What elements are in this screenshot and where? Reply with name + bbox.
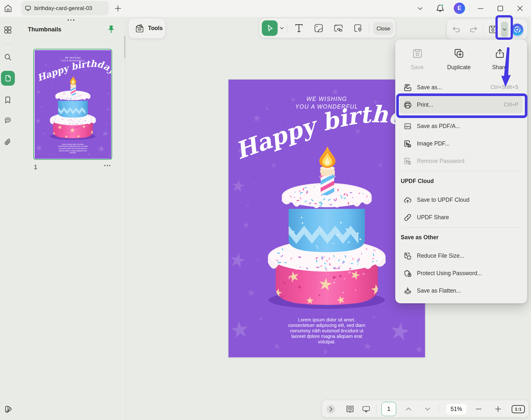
zoom-out-button[interactable]: [474, 404, 483, 414]
notifications-bell-icon[interactable]: [435, 3, 445, 14]
select-tool-button[interactable]: [262, 20, 278, 36]
status-bar: 1 51% 1:1: [322, 400, 529, 417]
actual-size-button[interactable]: 1:1: [512, 405, 525, 413]
new-tab-button[interactable]: [114, 4, 122, 13]
sidebar-thumbnails-active[interactable]: [1, 71, 15, 86]
shield-lock-icon: [403, 269, 412, 278]
menu-item-save-as-pdfa[interactable]: PDF/A Save as PDF/A...: [400, 117, 523, 135]
toolbar-divider: [483, 25, 483, 34]
pin-icon[interactable]: [107, 25, 116, 34]
main-toolbar: Close: [259, 18, 396, 38]
zoom-level-display[interactable]: 51%: [446, 404, 466, 415]
flatten-icon: [403, 286, 412, 295]
annotation-box-chevron: [495, 15, 513, 40]
panel-scrollbar[interactable]: [124, 36, 125, 58]
annotation-arrow: [491, 42, 520, 91]
expand-chevron-right-button[interactable]: [326, 405, 335, 414]
sidebar-attachment-icon[interactable]: [4, 138, 12, 146]
annotation-box-print: [396, 93, 527, 118]
document-tab-title: birthday-card-genral-03: [34, 5, 92, 12]
previous-page-button[interactable]: [404, 404, 413, 414]
menu-duplicate-button[interactable]: Duplicate: [440, 48, 478, 71]
document-tab-icon: [25, 5, 31, 11]
menu-item-reduce-file-size[interactable]: Reduce File Size...: [400, 247, 523, 264]
menu-item-updf-share[interactable]: UPDF Share: [400, 209, 523, 226]
link-tool-button[interactable]: [333, 23, 344, 33]
toolbar-divider: [287, 23, 288, 33]
sidebar-home-grid-icon[interactable]: [4, 26, 12, 34]
user-avatar[interactable]: E: [454, 3, 465, 14]
zoom-in-button[interactable]: [494, 404, 503, 414]
duplicate-icon: [453, 48, 464, 59]
panel-drag-handle[interactable]: [68, 19, 77, 22]
cloud-upload-icon: [403, 196, 412, 204]
thumbnails-panel-title: Thumbnails: [28, 26, 61, 33]
document-tab[interactable]: birthday-card-genral-03: [21, 1, 109, 16]
statusbar-divider: [439, 405, 439, 413]
thumbnail-page-number: 1: [34, 164, 37, 171]
reduce-file-size-icon: [403, 252, 412, 260]
title-bar: birthday-card-genral-03 E: [0, 0, 531, 17]
thumbnail-more-button[interactable]: [103, 162, 111, 169]
annotation-tool-button[interactable]: [353, 23, 363, 33]
close-button[interactable]: Close: [373, 22, 393, 35]
updf-ai-logo[interactable]: [511, 24, 523, 36]
page-thumbnail-1[interactable]: [33, 49, 112, 160]
pdfa-icon: PDF/A: [403, 122, 412, 131]
left-icon-bar: [0, 17, 19, 420]
window-close-button[interactable]: [516, 4, 524, 13]
menu-item-save-as-flatten[interactable]: Save as Flatten...: [400, 282, 523, 299]
svg-text:PDF/A: PDF/A: [404, 125, 411, 128]
window-maximize-button[interactable]: [496, 4, 504, 13]
menu-section-other-header: Save as Other: [401, 234, 439, 241]
remove-password-icon: [403, 157, 412, 166]
sidebar-signature-icon[interactable]: [4, 405, 12, 413]
sidebar-bookmark-icon[interactable]: [4, 96, 12, 104]
presentation-button[interactable]: [362, 404, 371, 414]
window-minimize-button[interactable]: [476, 4, 485, 13]
menu-divider: [402, 171, 521, 171]
select-tool-chevron-icon[interactable]: [279, 25, 285, 31]
toolbar-divider: [369, 23, 369, 33]
text-tool-button[interactable]: [294, 23, 304, 33]
statusbar-divider: [376, 405, 377, 413]
next-page-button[interactable]: [423, 404, 432, 414]
home-button[interactable]: [3, 4, 13, 13]
menu-save-button[interactable]: Save: [398, 48, 436, 71]
link-share-icon: [403, 213, 412, 222]
menu-item-protect-password[interactable]: Protect Using Password...: [400, 264, 523, 282]
menu-item-image-pdf[interactable]: Image PDF...: [400, 135, 523, 152]
thumbnails-panel: Thumbnails 1: [19, 17, 126, 420]
page-layout-button[interactable]: [345, 404, 355, 414]
sidebar-search-icon[interactable]: [4, 53, 12, 61]
sidebar-comment-icon[interactable]: [4, 116, 12, 125]
tools-button[interactable]: Tools: [128, 18, 165, 38]
image-tool-button[interactable]: [313, 23, 324, 33]
titlebar-chevron-down-icon[interactable]: [416, 5, 424, 12]
toolbox-icon: [134, 23, 145, 34]
image-pdf-icon: [403, 139, 412, 148]
page-number-input[interactable]: 1: [381, 402, 396, 416]
redo-button[interactable]: [469, 25, 478, 34]
titlebar-divider: [470, 4, 470, 13]
save-as-icon: [403, 83, 412, 92]
sidebar-divider: [3, 44, 12, 44]
undo-button[interactable]: [451, 25, 461, 34]
menu-item-save-to-cloud[interactable]: Save to UPDF Cloud: [400, 191, 523, 209]
menu-divider: [402, 227, 521, 228]
save-icon: [412, 48, 423, 59]
menu-item-remove-password[interactable]: Remove Password: [400, 152, 523, 170]
menu-section-cloud-header: UPDF Cloud: [401, 178, 434, 185]
